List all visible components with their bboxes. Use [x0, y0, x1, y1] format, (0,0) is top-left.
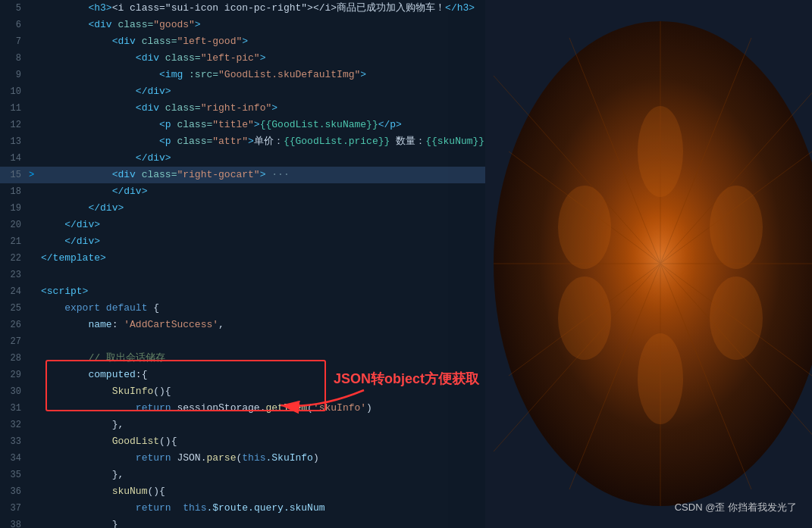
- svg-point-13: [710, 186, 763, 269]
- line-content: }: [41, 517, 485, 528]
- line-content: <div class="left-good">: [41, 33, 485, 50]
- table-row: 14 </div>: [0, 150, 485, 167]
- table-row: 15> <div class="right-gocart"> ···: [0, 167, 485, 183]
- table-row: 20 </div>: [0, 217, 485, 233]
- line-number: 23: [0, 267, 29, 283]
- line-content: GoodList(){: [41, 433, 485, 450]
- table-row: 8 <div class="left-pic">: [0, 50, 485, 67]
- line-content: </div>: [41, 83, 485, 100]
- table-row: 19 </div>: [0, 200, 485, 217]
- svg-point-12: [558, 186, 611, 269]
- line-number: 27: [0, 333, 29, 350]
- line-content: <h3><i class="sui-icon icon-pc-right"></…: [41, 0, 485, 17]
- line-content: </div>: [41, 217, 485, 233]
- line-number: 34: [0, 450, 29, 467]
- line-content: <div class="goods">: [41, 17, 485, 33]
- table-row: 7 <div class="left-good">: [0, 33, 485, 50]
- line-content: <script>: [41, 283, 485, 300]
- line-number: 9: [0, 67, 29, 83]
- line-arrow: >: [29, 167, 41, 183]
- table-row: 36 skuNum(){: [0, 483, 485, 500]
- table-row: 25 export default {: [0, 300, 485, 317]
- line-content: </div>: [41, 200, 485, 217]
- line-number: 15: [0, 167, 29, 183]
- line-content: </div>: [41, 183, 485, 200]
- line-content: <div class="right-info">: [41, 100, 485, 117]
- line-number: 36: [0, 483, 29, 500]
- line-content: </template>: [41, 250, 485, 267]
- svg-point-10: [600, 173, 721, 355]
- code-editor: 5 <h3><i class="sui-icon icon-pc-right">…: [0, 0, 485, 528]
- line-number: 26: [0, 317, 29, 333]
- line-content: },: [41, 467, 485, 483]
- line-number: 28: [0, 350, 29, 367]
- line-number: 37: [0, 500, 29, 517]
- table-row: 5 <h3><i class="sui-icon icon-pc-right">…: [0, 0, 485, 17]
- annotation-label: JSON转object方便获取: [334, 370, 479, 388]
- line-content: </div>: [41, 233, 485, 250]
- table-row: 9 <img :src="GoodList.skuDefaultImg">: [0, 67, 485, 83]
- table-row: 11 <div class="right-info">: [0, 100, 485, 117]
- line-number: 32: [0, 417, 29, 433]
- line-content: <img :src="GoodList.skuDefaultImg">: [41, 67, 485, 83]
- line-number: 13: [0, 133, 29, 150]
- table-row: 35 },: [0, 467, 485, 483]
- orange-background: [448, 0, 812, 528]
- line-content: return JSON.parse(this.SkuInfo): [41, 450, 485, 467]
- svg-point-14: [558, 276, 611, 360]
- line-number: 10: [0, 83, 29, 100]
- line-number: 18: [0, 183, 29, 200]
- table-row: 31 return sessionStorage.getItem('skuInf…: [0, 400, 485, 417]
- line-content: </div>: [41, 150, 485, 167]
- line-content: <p class="title">{{GoodList.skuName}}</p…: [41, 117, 485, 133]
- line-content: name: 'AddCartSuccess',: [41, 317, 485, 333]
- table-row: 18 </div>: [0, 183, 485, 200]
- line-number: 22: [0, 250, 29, 267]
- line-content: // 取出会话储存: [41, 350, 485, 367]
- line-number: 25: [0, 300, 29, 317]
- line-content: return this.$route.query.skuNum: [41, 500, 485, 517]
- svg-point-15: [710, 276, 763, 360]
- line-number: 20: [0, 217, 29, 233]
- line-content: <div class="right-gocart"> ···: [41, 167, 485, 183]
- table-row: 38 }: [0, 517, 485, 528]
- line-content: },: [41, 417, 485, 433]
- table-row: 12 <p class="title">{{GoodList.skuName}}…: [0, 117, 485, 133]
- line-content: export default {: [41, 300, 485, 317]
- table-row: 21 </div>: [0, 233, 485, 250]
- table-row: 33 GoodList(){: [0, 433, 485, 450]
- line-number: 8: [0, 50, 29, 67]
- table-row: 32 },: [0, 417, 485, 433]
- line-number: 30: [0, 383, 29, 400]
- table-row: 27: [0, 333, 485, 350]
- line-content: <div class="left-pic">: [41, 50, 485, 67]
- table-row: 28 // 取出会话储存: [0, 350, 485, 367]
- line-content: skuNum(){: [41, 483, 485, 500]
- svg-point-16: [638, 333, 683, 424]
- line-content: return sessionStorage.getItem('skuInfo'): [41, 400, 485, 417]
- line-number: 38: [0, 517, 29, 528]
- line-content: <p class="attr">单价：{{GoodList.price}} 数量…: [41, 133, 485, 150]
- line-number: 35: [0, 467, 29, 483]
- line-number: 12: [0, 117, 29, 133]
- table-row: 26 name: 'AddCartSuccess',: [0, 317, 485, 333]
- line-number: 21: [0, 233, 29, 250]
- line-number: 7: [0, 33, 29, 50]
- table-row: 24<script>: [0, 283, 485, 300]
- table-row: 37 return this.$route.query.skuNum: [0, 500, 485, 517]
- line-number: 14: [0, 150, 29, 167]
- line-number: 33: [0, 433, 29, 450]
- table-row: 22</template>: [0, 250, 485, 267]
- table-row: 10 </div>: [0, 83, 485, 100]
- svg-point-11: [638, 106, 683, 197]
- line-number: 24: [0, 283, 29, 300]
- table-row: 13 <p class="attr">单价：{{GoodList.price}}…: [0, 133, 485, 150]
- code-lines: 5 <h3><i class="sui-icon icon-pc-right">…: [0, 0, 485, 528]
- line-number: 29: [0, 367, 29, 383]
- line-number: 5: [0, 0, 29, 17]
- watermark: CSDN @歪 你挡着我发光了: [675, 501, 797, 514]
- line-number: 11: [0, 100, 29, 117]
- line-number: 31: [0, 400, 29, 417]
- line-number: 6: [0, 17, 29, 33]
- table-row: 23: [0, 267, 485, 283]
